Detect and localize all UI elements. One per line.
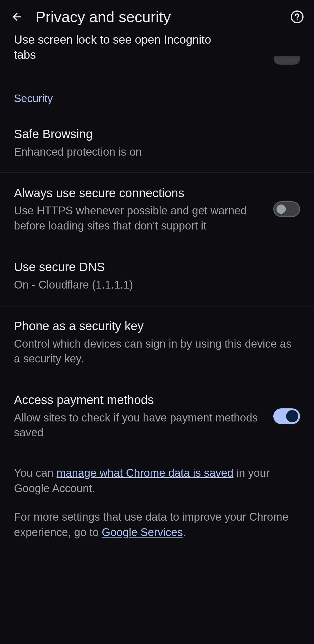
safe-browsing-title: Safe Browsing bbox=[14, 126, 293, 142]
back-button[interactable] bbox=[6, 6, 27, 27]
help-button[interactable] bbox=[287, 6, 308, 27]
phone-security-key-title: Phone as a security key bbox=[14, 318, 293, 334]
safe-browsing-subtitle: Enhanced protection is on bbox=[14, 145, 293, 159]
use-secure-dns-subtitle: On - Cloudflare (1.1.1.1) bbox=[14, 277, 293, 292]
phone-security-key-subtitle: Control which devices can sign in by usi… bbox=[14, 337, 293, 367]
manage-chrome-data-link[interactable]: manage what Chrome data is saved bbox=[57, 467, 233, 479]
access-payment-methods-title: Access payment methods bbox=[14, 392, 266, 408]
google-services-link[interactable]: Google Services bbox=[102, 526, 183, 538]
lock-incognito-item-partial[interactable]: Use screen lock to see open Incognito ta… bbox=[0, 32, 314, 80]
always-secure-connections-item[interactable]: Always use secure connections Use HTTPS … bbox=[0, 172, 314, 246]
footer-para-2: For more settings that use data to impro… bbox=[14, 509, 300, 540]
use-secure-dns-item[interactable]: Use secure DNS On - Cloudflare (1.1.1.1) bbox=[0, 246, 314, 305]
footer-text-2-suffix: . bbox=[183, 526, 186, 538]
access-payment-methods-toggle[interactable] bbox=[273, 408, 300, 424]
svg-point-1 bbox=[297, 19, 297, 20]
phone-security-key-item[interactable]: Phone as a security key Control which de… bbox=[0, 305, 314, 379]
access-payment-methods-subtitle: Allow sites to check if you have payment… bbox=[14, 410, 266, 440]
help-icon bbox=[290, 10, 304, 24]
access-payment-methods-item[interactable]: Access payment methods Allow sites to ch… bbox=[0, 379, 314, 453]
footer-text-1-prefix: You can bbox=[14, 467, 57, 479]
footer-para-1: You can manage what Chrome data is saved… bbox=[14, 465, 300, 496]
footer-info: You can manage what Chrome data is saved… bbox=[0, 453, 314, 552]
always-secure-connections-toggle[interactable] bbox=[273, 201, 300, 217]
lock-incognito-subtitle: Use screen lock to see open Incognito ta… bbox=[14, 32, 217, 62]
arrow-back-icon bbox=[11, 11, 23, 23]
app-bar: Privacy and security bbox=[0, 0, 314, 34]
page-title: Privacy and security bbox=[35, 8, 287, 26]
lock-incognito-toggle-partial[interactable] bbox=[274, 56, 300, 65]
always-secure-connections-title: Always use secure connections bbox=[14, 185, 266, 201]
use-secure-dns-title: Use secure DNS bbox=[14, 259, 293, 275]
section-header-security: Security bbox=[0, 80, 314, 113]
always-secure-connections-subtitle: Use HTTPS whenever possible and get warn… bbox=[14, 203, 266, 233]
settings-content: Use screen lock to see open Incognito ta… bbox=[0, 32, 314, 552]
safe-browsing-item[interactable]: Safe Browsing Enhanced protection is on bbox=[0, 113, 314, 172]
